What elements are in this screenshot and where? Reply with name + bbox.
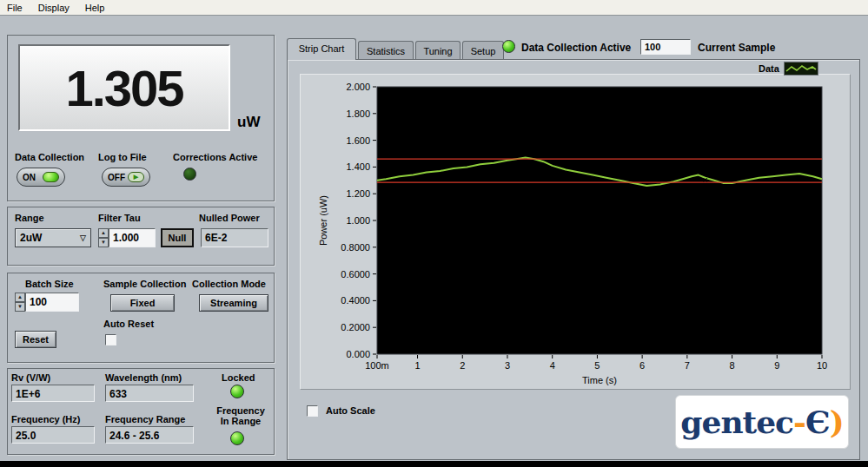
menu-item-help[interactable]: Help bbox=[85, 3, 105, 13]
nulled-power-label: Nulled Power bbox=[199, 213, 260, 223]
y-tick-label: 0.2000 bbox=[341, 322, 370, 332]
data-collection-toggle[interactable]: ON bbox=[17, 168, 65, 187]
legend-line-sample-icon[interactable] bbox=[784, 62, 818, 76]
filter-tau-input[interactable]: 1.000 bbox=[109, 228, 156, 247]
wavelength-value: 633 bbox=[105, 385, 194, 402]
y-tick-label: 0.4000 bbox=[341, 295, 370, 306]
gentec-logo: gentec-Є) bbox=[675, 395, 849, 449]
reset-button[interactable]: Reset bbox=[15, 331, 56, 348]
menu-bar: File Display Help bbox=[0, 0, 868, 16]
frequency-in-range-led bbox=[230, 431, 244, 445]
wavelength-label: Wavelength (nm) bbox=[105, 372, 182, 383]
frequency-range-label: Frequency Range bbox=[105, 414, 185, 424]
log-to-file-label: Log to File bbox=[98, 152, 147, 162]
plot-area bbox=[377, 87, 822, 354]
frequency-label: Frequency (Hz) bbox=[11, 414, 80, 424]
frequency-in-range-label: Frequency In Range bbox=[208, 405, 274, 426]
batch-size-decrement-icon[interactable]: ▼ bbox=[15, 302, 25, 312]
x-tick-label: 1 bbox=[414, 360, 420, 371]
y-tick-label: 0.6000 bbox=[341, 269, 370, 280]
auto-scale-checkbox[interactable] bbox=[307, 405, 318, 417]
null-button[interactable]: Null bbox=[161, 228, 194, 247]
rv-value: 1E+6 bbox=[11, 385, 95, 402]
batch-size-increment-icon[interactable]: ▲ bbox=[15, 293, 25, 302]
auto-reset-checkbox[interactable] bbox=[105, 334, 116, 345]
logo-text: gentec bbox=[680, 404, 793, 440]
power-readout: 1.305 bbox=[18, 44, 230, 131]
x-tick-label: 10 bbox=[817, 360, 827, 371]
y-tick-label: 1.600 bbox=[346, 135, 370, 146]
x-tick-label: 8 bbox=[730, 360, 735, 371]
filter-tau-decrement-icon[interactable]: ▼ bbox=[98, 238, 109, 247]
frequency-range-value: 24.6 - 25.6 bbox=[105, 426, 194, 444]
x-tick-label: 2 bbox=[460, 360, 465, 371]
dropdown-arrow-icon: ▽ bbox=[80, 234, 86, 242]
tab-statistics[interactable]: Statistics bbox=[358, 41, 414, 59]
x-tick-label: 4 bbox=[550, 360, 555, 371]
sample-collection-label: Sample Collection bbox=[103, 279, 186, 289]
x-tick-label: 100m bbox=[365, 360, 389, 371]
y-tick-label: 2.000 bbox=[346, 82, 370, 92]
logo-e-icon: Є bbox=[805, 404, 830, 440]
batch-size-spinner: ▲ ▼ 100 bbox=[15, 293, 79, 312]
window-bottom-edge bbox=[0, 461, 868, 467]
x-axis-label: Time (s) bbox=[582, 375, 617, 385]
chart-legend: Data bbox=[759, 62, 818, 76]
logo-arc-icon: ) bbox=[830, 404, 844, 440]
batch-size-label: Batch Size bbox=[25, 279, 74, 289]
range-dropdown[interactable]: 2uW ▽ bbox=[15, 228, 91, 247]
logo-dash: - bbox=[793, 404, 805, 440]
rv-label: Rv (V/W) bbox=[11, 372, 50, 383]
y-tick-label: 1.200 bbox=[346, 188, 370, 199]
x-tick-label: 7 bbox=[685, 360, 690, 371]
data-collection-active-label: Data Collection Active bbox=[521, 42, 631, 54]
y-axis-label: Power (uW) bbox=[318, 195, 328, 246]
log-to-file-toggle[interactable]: OFF ▶ bbox=[102, 168, 150, 187]
y-tick-label: 0.000 bbox=[346, 349, 370, 359]
batch-panel: Batch Size Sample Collection Collection … bbox=[7, 273, 275, 363]
locked-label: Locked bbox=[222, 372, 255, 383]
corrections-active-label: Corrections Active bbox=[173, 152, 257, 162]
toggle-off-indicator-icon: ▶ bbox=[128, 172, 144, 182]
y-tick-label: 1.800 bbox=[346, 109, 370, 119]
corrections-active-led bbox=[183, 168, 196, 181]
current-sample-input[interactable]: 100 bbox=[640, 39, 691, 55]
tab-setup[interactable]: Setup bbox=[462, 41, 504, 59]
collection-mode-button[interactable]: Streaming bbox=[199, 294, 268, 312]
x-tick-label: 5 bbox=[594, 360, 600, 371]
y-tick-label: 1.400 bbox=[346, 161, 370, 172]
range-label: Range bbox=[15, 213, 44, 223]
meter-panel: 1.305 uW Data Collection Log to File Cor… bbox=[7, 35, 275, 201]
x-tick-label: 6 bbox=[639, 360, 645, 371]
nulled-power-value: 6E-2 bbox=[201, 228, 268, 247]
filter-tau-increment-icon[interactable]: ▲ bbox=[98, 228, 109, 238]
menu-item-file[interactable]: File bbox=[7, 3, 23, 13]
auto-reset-label: Auto Reset bbox=[103, 319, 154, 329]
data-collection-label: Data Collection bbox=[15, 152, 84, 162]
menu-item-display[interactable]: Display bbox=[38, 3, 70, 13]
strip-chart-panel: Data 2.0001.8001.6001.4001.2001.0000.800… bbox=[287, 59, 860, 460]
tab-strip-chart[interactable]: Strip Chart bbox=[287, 38, 356, 60]
chart-svg: 2.0001.8001.6001.4001.2001.0000.80000.60… bbox=[301, 75, 850, 389]
power-value: 1.305 bbox=[65, 59, 182, 117]
y-tick-label: 1.000 bbox=[346, 215, 370, 226]
power-unit: uW bbox=[237, 114, 260, 131]
toggle-on-indicator-icon bbox=[43, 172, 59, 182]
tab-tuning[interactable]: Tuning bbox=[415, 41, 461, 59]
data-collection-state: ON bbox=[23, 173, 36, 182]
current-sample-label: Current Sample bbox=[698, 42, 775, 54]
x-tick-label: 3 bbox=[505, 360, 510, 371]
collection-mode-label: Collection Mode bbox=[192, 279, 266, 289]
sample-collection-button[interactable]: Fixed bbox=[110, 294, 175, 312]
frequency-value: 25.0 bbox=[11, 426, 95, 444]
filter-tau-spinner: ▲ ▼ 1.000 bbox=[98, 228, 156, 247]
auto-scale-label: Auto Scale bbox=[326, 405, 375, 416]
legend-label: Data bbox=[759, 63, 779, 74]
detector-panel: Rv (V/W) 1E+6 Wavelength (nm) 633 Locked… bbox=[7, 368, 275, 455]
y-tick-label: 0.8000 bbox=[341, 242, 370, 253]
cursor-marker-icon: × bbox=[702, 174, 707, 185]
batch-size-input[interactable]: 100 bbox=[25, 293, 79, 312]
range-panel: Range Filter Tau Nulled Power 2uW ▽ ▲ ▼ … bbox=[7, 207, 275, 266]
locked-led bbox=[230, 385, 244, 398]
data-collection-active-led bbox=[502, 40, 515, 53]
